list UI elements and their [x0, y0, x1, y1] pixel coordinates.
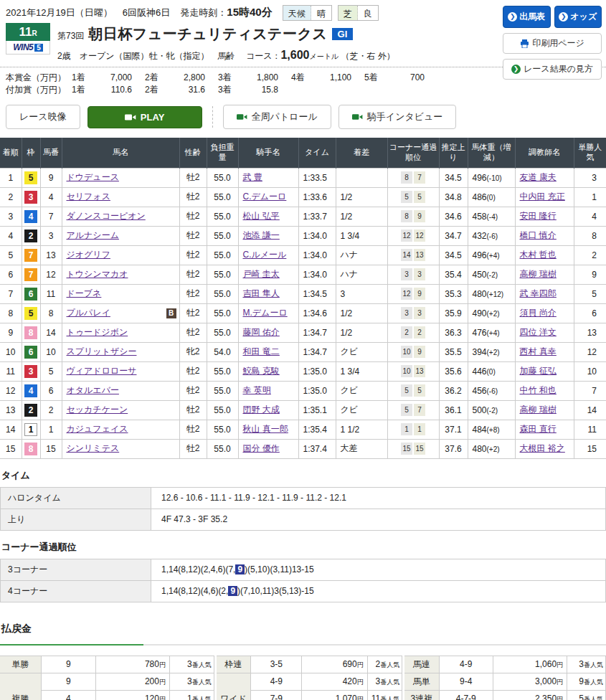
body-weight-cell: 500(-2) [468, 400, 515, 420]
horse-link[interactable]: プルパレイ [67, 308, 110, 318]
payout-title: 払戻金 [1, 623, 606, 635]
jockey-cell: C.ルメール [238, 245, 298, 265]
finish-position: 2 [0, 187, 22, 207]
jockey-link[interactable]: 国分 優作 [243, 443, 280, 453]
horse-number: 5 [40, 361, 62, 381]
jockey-interview-button[interactable]: 騎手インタビュー [338, 105, 457, 129]
last-3f: 36.1 [439, 400, 468, 420]
winner-highlight: 9 [235, 564, 245, 574]
load-weight: 54.0 [207, 342, 238, 361]
trainer-link[interactable]: 中内田 充正 [520, 191, 565, 202]
sex-age: 牡2 [179, 284, 207, 303]
trainer-link[interactable]: 中竹 和也 [520, 385, 557, 395]
horse-link[interactable]: ドウデュース [67, 172, 119, 182]
trainer-link[interactable]: 高柳 瑞樹 [520, 405, 557, 415]
horse-link[interactable]: シンリミテス [67, 443, 120, 453]
trainer-link[interactable]: 友道 康夫 [520, 172, 557, 182]
corner4-position: 13 [414, 365, 425, 377]
turf-label: 芝 [338, 6, 358, 20]
corner-order-cell: 89 [387, 207, 439, 226]
margin: ハナ [336, 245, 387, 265]
jockey-link[interactable]: 武 豊 [243, 172, 262, 182]
horse-link[interactable]: ダノンスコーピオン [67, 211, 146, 221]
body-weight-diff: (-2) [487, 407, 498, 415]
body-weight: 446 [473, 366, 487, 377]
corner-order-cell: 33 [387, 303, 439, 323]
horse-link[interactable]: ヴィアドロローサ [67, 366, 137, 376]
jockey-link[interactable]: M.デムーロ [243, 308, 288, 318]
corner3-position: 2 [401, 326, 412, 339]
patrol-video-button[interactable]: 全周パトロール [223, 105, 331, 129]
grade-badge: GI [332, 28, 354, 40]
trainer-link[interactable]: 森田 直行 [520, 424, 557, 434]
winner-highlight: 9 [228, 586, 237, 596]
trainer-link[interactable]: 安田 隆行 [520, 211, 557, 221]
body-weight-cell: 450(-2) [468, 265, 515, 284]
win-favorite-rank: 10 [574, 361, 606, 381]
sex-age: 牡2 [179, 187, 207, 207]
trainer-link[interactable]: 須貝 尚介 [520, 308, 557, 318]
meeting-day: 6回阪神6日 [123, 6, 170, 19]
last-3f: 36.2 [439, 381, 468, 400]
horse-link[interactable]: アルナシーム [67, 230, 119, 240]
horse-link[interactable]: ドーブネ [67, 288, 102, 298]
trainer-link[interactable]: 高柳 瑞樹 [520, 269, 557, 279]
trainer-link[interactable]: 加藤 征弘 [520, 366, 557, 376]
body-weight: 500 [473, 405, 487, 415]
jockey-link[interactable]: 団野 大成 [243, 405, 280, 415]
jockey-link[interactable]: C.デムーロ [243, 191, 287, 202]
jockey-link[interactable]: 藤岡 佑介 [243, 327, 280, 337]
corner4-position: 9 [414, 210, 425, 222]
table-row: 11 3 5 ヴィアドロローサB 牡2 55.0 鮫島 克駿 1:35.0 1 … [0, 361, 606, 381]
corner4-row: 4コーナー 1,14(8,12)(4,6)(2,9)(7,10,11)3(5,1… [1, 580, 606, 602]
jockey-link[interactable]: 吉田 隼人 [243, 288, 280, 298]
horse-link[interactable]: セッカチケーン [67, 405, 128, 415]
trainer-link[interactable]: 西村 真幸 [520, 346, 557, 356]
play-button[interactable]: PLAY [87, 106, 202, 128]
finish-time: 1:34.0 [298, 226, 336, 245]
jockey-link[interactable]: 幸 英明 [243, 385, 271, 395]
trainer-link[interactable]: 武 幸四郎 [520, 288, 557, 298]
race-video-button[interactable]: レース映像 [6, 105, 80, 129]
corner4-position: 7 [414, 404, 425, 416]
horse-link[interactable]: スプリットザシー [67, 346, 137, 356]
sex-age: 牡2 [179, 265, 207, 284]
horse-name-cell: ドウデュースB [62, 168, 179, 187]
jockey-link[interactable]: 戸崎 圭太 [243, 269, 280, 279]
print-page-button[interactable]: 印刷用ページ [503, 33, 602, 54]
race-result-page: 2021年12月19日（日曜） 6回阪神6日 発走時刻： 15時40分 天候 晴… [0, 0, 606, 700]
how-to-read-button[interactable]: ❯ レース結果の見方 [503, 59, 602, 80]
horse-number: 8 [40, 303, 62, 323]
trainer-link[interactable]: 大根田 裕之 [520, 443, 565, 453]
jockey-cell: M.デムーロ [238, 303, 298, 323]
jockey-link[interactable]: 秋山 真一郎 [243, 424, 288, 434]
load-weight: 55.0 [207, 400, 238, 420]
time-section-title: タイム [1, 469, 606, 482]
horse-link[interactable]: オタルエバー [67, 385, 119, 395]
jockey-link[interactable]: 鮫島 克駿 [243, 366, 280, 376]
horse-link[interactable]: ジオグリフ [67, 250, 110, 260]
horse-link[interactable]: セリフォス [67, 191, 110, 202]
horse-link[interactable]: カジュフェイス [67, 424, 128, 434]
blinker-badge: B [166, 308, 176, 318]
trainer-link[interactable]: 木村 哲也 [520, 250, 557, 260]
jockey-cell: C.デムーロ [238, 187, 298, 207]
horse-link[interactable]: トゥードジボン [67, 327, 128, 337]
odds-button[interactable]: ❯ オッズ [554, 6, 602, 28]
sex-age: 牡2 [179, 361, 207, 381]
jockey-link[interactable]: C.ルメール [243, 250, 287, 260]
horse-link[interactable]: トウシンマカオ [67, 269, 128, 279]
weather-value: 晴 [311, 6, 331, 20]
corner3-position: 5 [401, 191, 412, 203]
corner3-position: 5 [401, 404, 412, 416]
body-weight-diff: (+2) [487, 445, 500, 453]
trainer-link[interactable]: 四位 洋文 [520, 327, 557, 337]
trainer-link[interactable]: 橋口 慎介 [520, 230, 557, 240]
furlong-time-label: ハロンタイム [1, 487, 151, 509]
frame-badge: 4 [24, 384, 37, 397]
entry-table-button[interactable]: ❯ 出馬表 [503, 6, 551, 28]
jockey-link[interactable]: 池添 謙一 [243, 230, 280, 240]
jockey-link[interactable]: 松山 弘平 [243, 211, 280, 221]
jockey-link[interactable]: 和田 竜二 [243, 346, 280, 356]
horse-number: 1 [40, 420, 62, 439]
